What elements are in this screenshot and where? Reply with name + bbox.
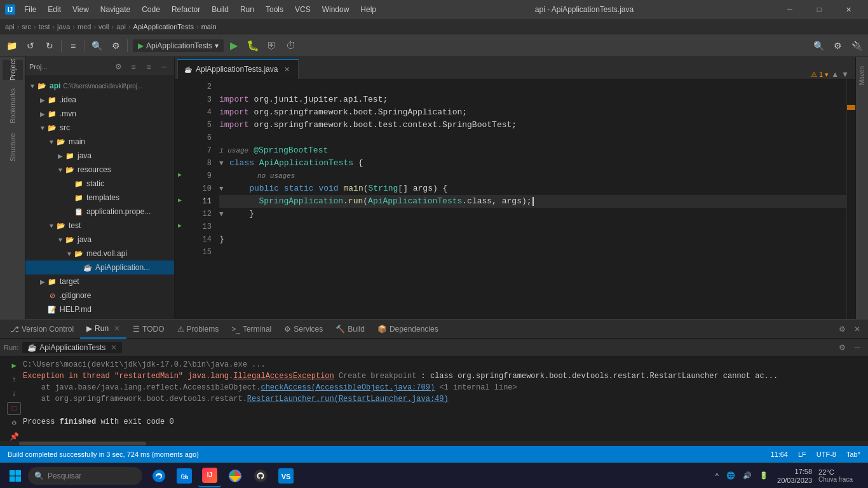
run-tab-selector[interactable]: ☕ ApiApplicationTests ✕ [22,342,122,353]
tree-main[interactable]: ▼ 📂 main [25,135,174,149]
project-toggle-btn[interactable]: 📁 [3,37,20,55]
collapse-split-btn[interactable]: ▼ [841,70,849,79]
taskbar-app-store[interactable]: 🛍 [173,464,196,487]
maven-panel[interactable]: Maven [855,57,868,319]
project-panel-icon[interactable]: Project [3,60,23,80]
bottom-tab-problems[interactable]: ⚠ Problems [171,320,226,339]
tray-network-icon[interactable]: 🌐 [724,470,738,481]
tree-idea[interactable]: ▶ 📁 .idea [25,93,174,107]
cursor-position-item[interactable]: 11:64 [768,446,790,463]
panel-hide[interactable]: ─ [158,60,170,73]
editor-tab-active[interactable]: ☕ ApiApplicationTests.java ✕ [177,59,299,79]
panel-collapse[interactable]: ≡ [127,60,140,73]
menu-help[interactable]: Help [355,3,381,16]
console-run-btn[interactable]: ▶ [7,360,21,372]
toolbar-nav-back[interactable]: ↺ [22,37,39,55]
stack-link-1[interactable]: checkAccess(AccessibleObject.java:709) [261,383,435,392]
tree-gitignore[interactable]: ▶ ⊘ .gitignore [25,288,174,302]
tree-src[interactable]: ▼ 📂 src [25,121,174,135]
tree-helpmd[interactable]: ▶ 📝 HELP.md [25,302,174,316]
bottom-tab-run[interactable]: ▶ Run ✕ [80,320,126,339]
tray-expand-btn[interactable]: ^ [713,471,721,481]
tray-volume-icon[interactable]: 🔊 [740,470,754,481]
charset-item[interactable]: UTF-8 [814,446,839,463]
toolbar-nav-fwd[interactable]: ↻ [41,37,58,55]
minimize-button[interactable]: ─ [775,0,804,19]
tray-battery-icon[interactable]: 🔋 [757,470,771,481]
menu-vcs[interactable]: VCS [290,3,316,16]
tree-test[interactable]: ▼ 📂 test [25,219,174,233]
menu-view[interactable]: View [67,3,94,16]
menu-navigate[interactable]: Navigate [95,3,135,16]
breadcrumb-method[interactable]: main [201,23,217,30]
bottom-tab-services[interactable]: ⚙ Services [278,320,329,339]
breadcrumb-api[interactable]: api [5,23,15,30]
console-scroll-thumb[interactable] [19,442,146,445]
run-config-selector[interactable]: ▶ ApiApplicationTests ▾ [133,39,224,52]
bottom-tab-deps[interactable]: 📦 Dependencies [371,320,445,339]
panel-cog[interactable]: ⚙ [112,60,125,73]
code-content[interactable]: import org.junit.jupiter.api.Test; impor… [217,79,846,319]
run-settings-btn[interactable]: ⚙ [835,341,849,355]
panel-close-btn[interactable]: ✕ [850,322,864,336]
console-pin-btn[interactable]: 📌 [7,431,21,441]
warning-indicator[interactable]: ⚠ 1 ▾ [811,71,829,79]
breadcrumb-class[interactable]: ApiApplicationTests [133,23,194,30]
breadcrumb-test[interactable]: test [39,23,50,30]
build-status-item[interactable]: Build completed successfully in 3 sec, 7… [5,446,201,463]
code-editor[interactable]: ▶ ▶ ▶ 2 3 4 5 6 7 8 9 10 11 1 [175,79,855,319]
console-stop-btn[interactable]: □ [7,402,21,415]
weather-widget[interactable]: 22°C Chuva fraca [818,468,853,483]
tree-java[interactable]: ▶ 📁 java [25,149,174,163]
gutter-line-12[interactable]: ▶ [175,219,185,232]
menu-file[interactable]: File [19,3,41,16]
menu-code[interactable]: Code [137,3,165,16]
bottom-tab-todo[interactable]: ☰ TODO [126,320,170,339]
console-scrollbar[interactable] [0,441,868,446]
expand-btn-10[interactable]: ▼ [219,182,227,195]
console-settings-btn[interactable]: ⚙ [7,417,21,429]
windows-start-btn[interactable] [5,466,25,486]
taskbar-app-chrome[interactable] [224,464,247,487]
maximize-button[interactable]: □ [804,0,834,19]
breadcrumb-voll[interactable]: voll [98,23,109,30]
tree-api-tests[interactable]: ▶ ☕ ApiApplication... [25,261,174,274]
bottom-tab-build[interactable]: 🔨 Build [329,320,371,339]
indent-item[interactable]: Tab* [844,446,863,463]
tree-root[interactable]: ▼ 📂 api C:\Users\moaci\devkit\proj... [25,79,174,93]
taskbar-app-vs[interactable]: VS [275,464,297,487]
panel-settings-btn[interactable]: ⚙ [835,322,849,336]
gutter-line-8[interactable]: ▶ [175,168,185,181]
system-clock[interactable]: 17:58 20/03/2023 [773,466,816,486]
gutter-line-10[interactable]: ▶ [175,194,185,207]
profile-button[interactable]: ⏱ [282,37,300,55]
bookmarks-icon[interactable]: Bookmarks [3,95,23,116]
toolbar-plugins[interactable]: 🔌 [848,37,865,55]
taskbar-search-box[interactable]: 🔍 Pesquisar [28,467,142,485]
run-tab-app-close[interactable]: ✕ [111,343,117,352]
structure-icon[interactable]: Structure [3,137,23,158]
exception-link[interactable]: IllegalAccessException [233,372,334,381]
bottom-tab-vcs[interactable]: ⎇ Version Control [4,320,80,339]
menu-run[interactable]: Run [235,3,259,16]
stack-link-2[interactable]: RestartLauncher.run(RestartLauncher.java… [247,395,449,403]
tree-templates[interactable]: ▶ 📁 templates [25,191,174,205]
menu-tools[interactable]: Tools [261,3,288,16]
console-scroll-up-btn[interactable]: ↑ [7,374,21,386]
expand-split-btn[interactable]: ▲ [831,70,839,79]
expand-btn-8[interactable]: ▼ [219,157,227,170]
run-tab-close[interactable]: ✕ [114,324,120,333]
taskbar-app-intellij[interactable]: IJ [198,464,221,487]
tree-target[interactable]: ▶ 📁 target [25,274,174,288]
tree-resources[interactable]: ▼ 📂 resources [25,163,174,177]
breadcrumb-java[interactable]: java [57,23,70,30]
breadcrumb-src[interactable]: src [22,23,31,30]
menu-edit[interactable]: Edit [43,3,66,16]
debug-button[interactable]: 🐛 [244,37,262,55]
panel-settings[interactable]: ≡ [142,60,155,73]
expand-btn-12[interactable]: ▼ [219,208,227,220]
menu-build[interactable]: Build [207,3,234,16]
tree-static[interactable]: ▶ 📁 static [25,177,174,191]
breadcrumb-med[interactable]: med [78,23,91,30]
maven-label[interactable]: Maven [857,62,867,89]
